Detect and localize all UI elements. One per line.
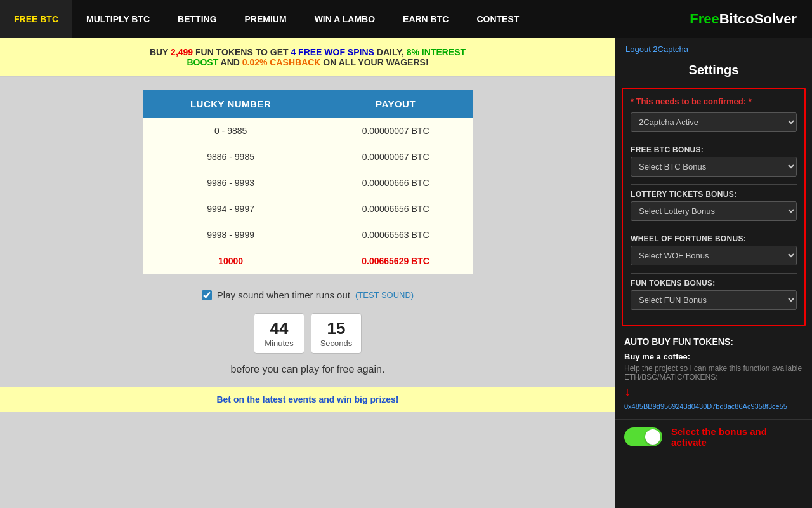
site-logo: FreeBitco Solver — [674, 0, 812, 38]
payout-cell: 0.00000067 BTC — [318, 144, 473, 170]
lucky-number-cell: 0 - 9885 — [143, 118, 318, 144]
table-row: 0 - 98850.00000007 BTC — [143, 118, 473, 144]
logo-solver: Solver — [754, 11, 797, 27]
fun-bonus-select[interactable]: Select FUN Bonus — [631, 290, 797, 310]
auto-buy-title: AUTO BUY FUN TOKENS: — [624, 337, 803, 347]
table-row: 100000.00665629 BTC — [143, 248, 473, 274]
captcha-section: 2Captcha Active — [631, 112, 797, 132]
table-row: 9994 - 99970.00006656 BTC — [143, 196, 473, 222]
wof-select[interactable]: Select WOF Bonus — [631, 246, 797, 265]
nav-contest[interactable]: CONTEST — [462, 0, 533, 38]
sound-checkbox[interactable] — [202, 290, 212, 300]
lucky-number-cell: 9994 - 9997 — [143, 196, 318, 222]
sidebar: Logout 2Captcha Settings * This needs to… — [615, 38, 812, 508]
lottery-section: LOTTERY TICKETS BONUS: Select Lottery Bo… — [631, 190, 797, 221]
buy-coffee-desc: Help the project so I can make this func… — [624, 364, 803, 382]
lottery-label: LOTTERY TICKETS BONUS: — [631, 190, 797, 199]
col-payout: PAYOUT — [318, 90, 473, 118]
payout-cell: 0.00665629 BTC — [318, 248, 473, 274]
promo-part3: DAILY, — [374, 47, 407, 57]
promo-part2: FUN TOKENS TO GET — [193, 47, 291, 57]
settings-box: * This needs to be confirmed: * 2Captcha… — [622, 88, 806, 326]
buy-coffee-title: Buy me a coffee: — [624, 352, 803, 361]
nav-win-lambo[interactable]: WIN A LAMBO — [301, 0, 389, 38]
promo-line2-4: ON ALL YOUR WAGERS! — [320, 57, 428, 67]
seconds-label: Seconds — [319, 338, 353, 348]
logo-free: Free — [690, 11, 719, 27]
toggle-area: Select the bonus and activate — [615, 419, 812, 457]
eth-address: 0x485BB9d9569243d0430D7bd8ac86Ac9358f3ce… — [624, 403, 803, 410]
wof-label: WHEEL OF FORTUNE BONUS: — [631, 234, 797, 243]
promo-banner: BUY 2,499 FUN TOKENS TO GET 4 FREE WOF S… — [0, 38, 615, 77]
minutes-value: 44 — [262, 319, 296, 338]
nav-multiply-btc[interactable]: MULTIPLY BTC — [72, 0, 164, 38]
promo-highlight3: 8% INTEREST — [407, 47, 466, 57]
timer-minutes: 44 Minutes — [254, 313, 304, 354]
captcha-select[interactable]: 2Captcha Active — [631, 112, 797, 132]
arrow-down-icon: ↓ — [624, 384, 803, 399]
nav-earn-btc[interactable]: EARN BTC — [389, 0, 462, 38]
payout-cell: 0.00000666 BTC — [318, 170, 473, 196]
promo-highlight2: 4 FREE WOF SPINS — [291, 47, 374, 57]
lucky-number-cell: 10000 — [143, 248, 318, 274]
payout-cell: 0.00006656 BTC — [318, 196, 473, 222]
sound-label: Play sound when timer runs out — [217, 290, 350, 300]
lucky-number-cell: 9986 - 9993 — [143, 170, 318, 196]
col-lucky-number: LUCKY NUMBER — [143, 90, 318, 118]
nav-premium[interactable]: PREMIUM — [231, 0, 301, 38]
table-row: 9886 - 99850.00000067 BTC — [143, 144, 473, 170]
lottery-select[interactable]: Select Lottery Bonus — [631, 201, 797, 221]
fun-bonus-label: FUN TOKENS BONUS: — [631, 279, 797, 288]
divider-4 — [631, 273, 797, 274]
page-layout: BUY 2,499 FUN TOKENS TO GET 4 FREE WOF S… — [0, 38, 812, 508]
minutes-label: Minutes — [262, 338, 296, 348]
bottom-banner: Bet on the latest events and win big pri… — [0, 387, 615, 412]
timer-seconds: 15 Seconds — [311, 313, 362, 354]
logo-bitco: Bitco — [719, 11, 754, 27]
wof-section: WHEEL OF FORTUNE BONUS: Select WOF Bonus — [631, 234, 797, 265]
payout-cell: 0.00000007 BTC — [318, 118, 473, 144]
toggle-knob — [645, 429, 660, 444]
promo-line2-2: AND — [218, 57, 242, 67]
table-row: 9986 - 99930.00000666 BTC — [143, 170, 473, 196]
payout-table: LUCKY NUMBER PAYOUT 0 - 98850.00000007 B… — [143, 90, 473, 274]
table-row: 9998 - 99990.00066563 BTC — [143, 222, 473, 248]
divider-3 — [631, 229, 797, 229]
divider-2 — [631, 184, 797, 185]
promo-line2-3: 0.02% CASHBACK — [242, 57, 321, 67]
test-sound-link[interactable]: (TEST SOUND) — [355, 290, 414, 300]
timer-row: 44 Minutes 15 Seconds — [0, 307, 615, 358]
lucky-number-cell: 9886 - 9985 — [143, 144, 318, 170]
auto-buy-section: AUTO BUY FUN TOKENS: Buy me a coffee: He… — [615, 330, 812, 419]
payout-table-container: LUCKY NUMBER PAYOUT 0 - 98850.00000007 B… — [0, 77, 615, 281]
activate-toggle[interactable] — [624, 427, 662, 446]
settings-title: Settings — [615, 58, 812, 84]
seconds-value: 15 — [319, 319, 353, 338]
payout-cell: 0.00066563 BTC — [318, 222, 473, 248]
sound-row: Play sound when timer runs out (TEST SOU… — [0, 281, 615, 307]
btc-bonus-section: FREE BTC BONUS: Select BTC Bonus — [631, 145, 797, 177]
toggle-label: Select the bonus and activate — [671, 426, 803, 448]
divider-1 — [631, 140, 797, 140]
navbar: FREE BTC MULTIPLY BTC BETTING PREMIUM WI… — [0, 0, 812, 38]
free-again-text: before you can play for free again. — [0, 358, 615, 384]
settings-warning: * This needs to be confirmed: * — [631, 97, 797, 106]
nav-betting[interactable]: BETTING — [164, 0, 230, 38]
main-content: BUY 2,499 FUN TOKENS TO GET 4 FREE WOF S… — [0, 38, 615, 508]
lucky-number-cell: 9998 - 9999 — [143, 222, 318, 248]
fun-bonus-section: FUN TOKENS BONUS: Select FUN Bonus — [631, 279, 797, 310]
btc-bonus-label: FREE BTC BONUS: — [631, 145, 797, 154]
promo-part1: BUY — [150, 47, 171, 57]
promo-highlight1: 2,499 — [171, 47, 193, 57]
nav-free-btc[interactable]: FREE BTC — [0, 0, 72, 38]
promo-line2-1: BOOST — [187, 57, 218, 67]
logout-link[interactable]: Logout 2Captcha — [615, 38, 812, 58]
btc-bonus-select[interactable]: Select BTC Bonus — [631, 157, 797, 177]
